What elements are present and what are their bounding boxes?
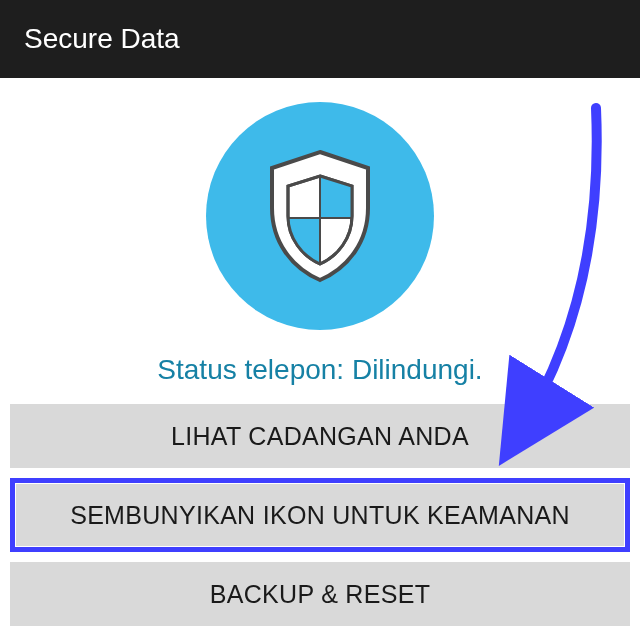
view-backup-button[interactable]: LIHAT CADANGAN ANDA [10, 404, 630, 468]
shield-badge [206, 102, 434, 330]
shield-icon [260, 146, 380, 286]
backup-reset-button[interactable]: BACKUP & RESET [10, 562, 630, 626]
highlight-frame: SEMBUNYIKAN IKON UNTUK KEAMANAN [10, 478, 630, 552]
button-stack: LIHAT CADANGAN ANDA SEMBUNYIKAN IKON UNT… [10, 404, 630, 626]
status-text: Status telepon: Dilindungi. [157, 354, 482, 386]
hide-icon-button[interactable]: SEMBUNYIKAN IKON UNTUK KEAMANAN [16, 484, 624, 546]
app-title: Secure Data [24, 23, 180, 55]
main-content: Status telepon: Dilindungi. LIHAT CADANG… [0, 78, 640, 626]
app-header: Secure Data [0, 0, 640, 78]
